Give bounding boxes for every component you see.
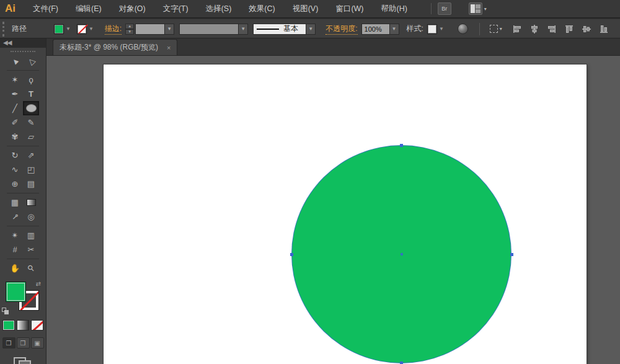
pencil-tool[interactable]: ✎ (23, 115, 39, 130)
collapse-panel-icon[interactable]: ◀◀ (0, 38, 46, 48)
default-fill-stroke-icon[interactable] (2, 308, 9, 315)
gradient-tool-icon (27, 199, 36, 206)
stroke-color-control[interactable]: ▼ (77, 24, 94, 34)
blend-tool[interactable]: ◎ (23, 210, 39, 224)
direct-selection-tool[interactable]: △ (23, 54, 39, 68)
artboard-tool-icon: # (12, 245, 17, 254)
chevron-down-icon[interactable]: ▾ (500, 26, 502, 32)
align-right-button[interactable] (544, 22, 559, 37)
selection-tool[interactable]: ▲ (7, 54, 23, 68)
stroke-weight-value[interactable] (135, 24, 165, 35)
artboard-tool[interactable]: # (7, 242, 23, 257)
hand-tool[interactable]: ✋ (7, 261, 23, 275)
gradient-button[interactable] (17, 320, 29, 331)
chevron-down-icon[interactable]: ▾ (484, 6, 487, 12)
swap-fill-stroke-icon[interactable]: ⇄ (36, 280, 41, 287)
blob-brush-tool[interactable]: ✾ (7, 130, 23, 144)
draw-behind-button[interactable]: ❒ (17, 337, 30, 348)
paintbrush-tool[interactable]: ✐ (7, 115, 23, 130)
gradient-tool[interactable] (23, 195, 39, 210)
align-left-button[interactable] (510, 22, 525, 37)
column-graph-tool[interactable]: ▥ (23, 228, 39, 242)
menu-effect[interactable]: 效果(C) (240, 0, 283, 18)
document-tab[interactable]: 未标题-3* @ 98% (RGB/预览) × (53, 39, 177, 55)
mesh-tool[interactable]: ▦ (7, 195, 23, 210)
chevron-down-icon[interactable]: ▼ (390, 24, 399, 35)
canvas-area[interactable] (46, 56, 620, 364)
anchor-point-right[interactable] (510, 253, 513, 256)
scale-tool[interactable]: ⇗ (23, 148, 39, 162)
fill-color-control[interactable]: ▼ (54, 24, 71, 34)
eraser-tool[interactable]: ▱ (23, 130, 39, 144)
lasso-tool[interactable]: ϙ (23, 73, 39, 87)
chevron-down-icon[interactable]: ▼ (439, 26, 444, 32)
type-tool[interactable]: T (23, 87, 39, 101)
chevron-down-icon[interactable]: ▼ (66, 26, 71, 32)
align-to-dropdown[interactable]: ▾ (490, 25, 502, 33)
close-icon[interactable]: × (167, 44, 170, 51)
align-h-center-button[interactable] (527, 22, 542, 37)
fill-indicator[interactable] (6, 282, 26, 302)
line-segment-tool[interactable]: ╱ (7, 101, 23, 115)
width-profile-combo[interactable]: ▼ (179, 24, 248, 35)
pen-tool[interactable]: ✒ (7, 87, 23, 101)
fill-color-swatch[interactable] (54, 24, 64, 34)
brush-definition-box[interactable]: 基本 (253, 24, 306, 35)
zoom-tool[interactable]: ⚲ (23, 261, 39, 275)
stepper-up-icon[interactable]: ▲ (125, 24, 134, 29)
paintbrush-tool-icon: ✐ (12, 118, 19, 127)
stroke-weight-stepper[interactable]: ▲ ▼ (125, 24, 134, 35)
chevron-down-icon[interactable]: ▼ (239, 24, 248, 35)
screen-mode-button[interactable] (14, 357, 32, 364)
align-top-button[interactable] (562, 22, 577, 37)
shape-builder-tool[interactable]: ⊕ (7, 177, 23, 191)
artboard[interactable] (103, 64, 587, 364)
perspective-grid-tool[interactable]: ▤ (23, 177, 39, 191)
anchor-point-top[interactable] (400, 144, 403, 147)
align-v-center-button[interactable] (579, 22, 594, 37)
color-button[interactable] (2, 320, 15, 331)
none-button[interactable] (31, 320, 43, 331)
stroke-color-swatch[interactable] (77, 24, 87, 34)
opacity-value[interactable]: 100% (361, 24, 390, 35)
chevron-down-icon[interactable]: ▼ (306, 24, 316, 35)
opacity-combo[interactable]: 100% ▼ (361, 24, 399, 35)
rotate-tool[interactable]: ↻ (7, 148, 23, 162)
symbol-sprayer-tool[interactable]: ✴ (7, 228, 23, 242)
menu-view[interactable]: 视图(V) (284, 0, 327, 18)
free-transform-tool[interactable]: ◰ (23, 162, 39, 177)
align-bottom-button[interactable] (596, 22, 611, 37)
panel-grip[interactable] (2, 22, 7, 37)
stroke-panel-link[interactable]: 描边: (105, 24, 122, 35)
stroke-weight-combo[interactable]: ▼ (135, 24, 174, 35)
brush-definition-combo[interactable]: 基本 ▼ (253, 24, 316, 35)
chevron-down-icon[interactable]: ▼ (89, 26, 94, 32)
anchor-point-left[interactable] (290, 253, 293, 256)
column-graph-tool-icon: ▥ (27, 231, 35, 240)
anchor-point-bottom[interactable] (400, 362, 403, 364)
menu-help[interactable]: 帮助(H) (373, 0, 416, 18)
menu-object[interactable]: 对象(O) (110, 0, 154, 18)
menu-edit[interactable]: 编辑(E) (67, 0, 110, 18)
eyedropper-tool[interactable]: ⊸ (7, 210, 23, 224)
opacity-panel-link[interactable]: 不透明度: (326, 24, 357, 35)
magic-wand-tool[interactable]: ✶ (7, 73, 23, 87)
width-profile-value[interactable] (179, 24, 239, 35)
style-swatch[interactable] (427, 24, 437, 34)
panel-grip-dots[interactable] (11, 51, 35, 52)
chevron-down-icon[interactable]: ▼ (165, 24, 174, 35)
width-tool[interactable]: ∿ (7, 162, 23, 177)
menu-select[interactable]: 选择(S) (197, 0, 241, 18)
arrange-documents-icon[interactable] (469, 2, 482, 15)
menu-file[interactable]: 文件(F) (24, 0, 67, 18)
draw-inside-button[interactable]: ▣ (31, 337, 44, 348)
draw-normal-button[interactable]: ❐ (2, 337, 16, 348)
slice-tool[interactable]: ✂ (23, 242, 39, 257)
menu-type[interactable]: 文字(T) (154, 0, 197, 18)
menu-window[interactable]: 窗口(W) (327, 0, 372, 18)
bridge-icon[interactable]: Br (438, 2, 451, 15)
stepper-down-icon[interactable]: ▼ (125, 29, 134, 35)
recolor-artwork-icon[interactable] (458, 24, 468, 34)
style-control[interactable]: ▼ (427, 24, 444, 34)
ellipse-tool[interactable] (23, 101, 39, 115)
